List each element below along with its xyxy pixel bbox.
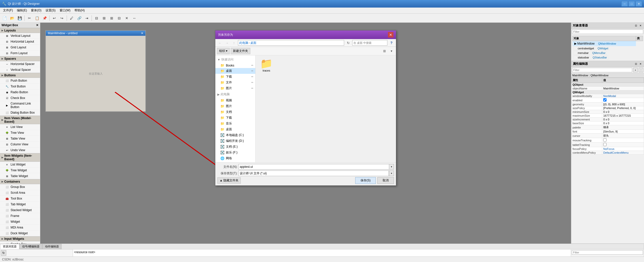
category-buttons[interactable]: ▶ Buttons xyxy=(0,73,40,78)
toolbar-new[interactable]: 📄 xyxy=(1,15,8,22)
obj-row-centralwidget[interactable]: centralwidget QWidget xyxy=(573,46,636,51)
sidebar-desktop2[interactable]: 📁 桌面 xyxy=(215,126,255,132)
widget-dock-widget[interactable]: ⬜ Dock Widget xyxy=(0,231,40,236)
filename-dropdown-btn[interactable]: ▾ xyxy=(389,164,394,170)
obj-row-mainwindow[interactable]: ▶ MainWindow QMainWindow xyxy=(573,41,636,46)
dialog-back-button[interactable]: ← xyxy=(217,40,223,46)
widget-combo-box[interactable]: ⬜ Combo Box xyxy=(0,241,40,244)
prop-row-cursor[interactable]: cursor 箭头 xyxy=(572,134,644,138)
toolbar-signal-slot[interactable]: 🔗 xyxy=(76,15,83,22)
widget-check-box[interactable]: ☑ Check Box xyxy=(0,95,40,101)
prop-row-focuspolicy[interactable]: focusPolicy NoFocus xyxy=(572,147,644,151)
toolbar-paste[interactable]: 📌 xyxy=(41,15,48,22)
menu-form[interactable]: 窗体(O) xyxy=(29,8,43,13)
prop-row-font[interactable]: font [SimSun, 9] xyxy=(572,130,644,134)
widget-tool-box[interactable]: 🧰 Tool Box xyxy=(0,196,40,202)
prop-row-windowmodality[interactable]: windowModality NonModal xyxy=(572,94,644,98)
filetype-dropdown-btn[interactable]: ▾ xyxy=(389,171,394,176)
widget-table-view[interactable]: ⊞ Table View xyxy=(0,136,40,142)
widget-tree-widget[interactable]: 🌳 Tree Widget xyxy=(0,168,40,173)
toolbar-adjust-size[interactable]: ↔ xyxy=(131,15,138,22)
category-containers[interactable]: ▶ Containers xyxy=(0,179,40,184)
breadcrumb-thispc[interactable]: 此电脑 xyxy=(239,41,248,45)
property-add-btn[interactable]: + xyxy=(633,68,638,72)
widget-tool-button[interactable]: 🔧 Tool Button xyxy=(0,84,40,89)
widget-column-view[interactable]: ⊟ Column View xyxy=(0,142,40,147)
toolbar-layout-h[interactable]: ⊟ xyxy=(93,15,100,22)
prop-row-palette[interactable]: palette 继承 xyxy=(572,125,644,130)
prop-row-sizepolicy[interactable]: sizePolicy [Preferred, Preferred, 0, 0] xyxy=(572,106,644,110)
maximize-button[interactable]: □ xyxy=(628,1,635,7)
prop-row-sizeincrement[interactable]: sizeIncrement 0 x 0 xyxy=(572,118,644,121)
widget-grid-layout[interactable]: ⊞ Grid Layout xyxy=(0,45,40,50)
dialog-refresh-button[interactable]: ↻ xyxy=(345,40,351,46)
this-pc-expand[interactable]: ▶ xyxy=(217,93,220,96)
mousetracking-checkbox[interactable] xyxy=(603,138,607,142)
widget-tab-widget[interactable]: ⬜ Tab Widget xyxy=(0,202,40,207)
obj-inspector-float-btn[interactable]: ⊡ xyxy=(634,24,638,28)
breadcrumb-desktop[interactable]: 桌面 xyxy=(250,41,256,45)
widget-group-box[interactable]: ⬜ Group Box xyxy=(0,184,40,190)
widget-mdi-area[interactable]: ⬜ MDI Area xyxy=(0,225,40,231)
widget-horizontal-spacer[interactable]: ↔ Horizontal Spacer xyxy=(0,61,40,67)
prop-editor-float-btn[interactable]: ⊡ xyxy=(634,62,638,66)
menu-edit[interactable]: 编辑(E) xyxy=(15,8,29,13)
category-item-views[interactable]: ▶ Item Views (Model-Based) xyxy=(0,116,40,124)
dialog-search-input[interactable] xyxy=(353,41,386,44)
resource-refresh-btn[interactable]: ↻ xyxy=(1,250,6,256)
widget-push-button[interactable]: ⬜ Push Button xyxy=(0,78,40,84)
widget-table-widget[interactable]: ⊞ Table Widget xyxy=(0,173,40,179)
dialog-forward-button[interactable]: → xyxy=(224,40,230,46)
file-item-traces[interactable]: 📁 traces xyxy=(258,57,275,73)
prop-row-maximumsize[interactable]: maximumSize 16777215 x 16777215 xyxy=(572,114,644,118)
widget-vertical-spacer[interactable]: ↕ Vertical Spacer xyxy=(0,67,40,73)
prop-row-objectname[interactable]: objectName MainWindow xyxy=(572,87,644,90)
view-toggle-button[interactable]: ⊞ xyxy=(381,48,387,54)
sidebar-books[interactable]: 📁 Books ✏ xyxy=(215,63,255,68)
prop-row-enabled[interactable]: enabled xyxy=(572,98,644,103)
sidebar-network[interactable]: 🌐 网络 xyxy=(215,155,255,161)
widget-horizontal-layout[interactable]: ⊟ Horizontal Layout xyxy=(0,39,40,45)
filename-input[interactable] xyxy=(238,164,389,170)
menu-file[interactable]: 文件(F) xyxy=(1,8,15,13)
widget-scroll-area[interactable]: ⬜ Scroll Area xyxy=(0,190,40,196)
toolbar-copy[interactable]: 📋 xyxy=(33,15,41,22)
category-input-widgets[interactable]: ▶ Input Widgets xyxy=(0,236,40,241)
dialog-close-button[interactable]: ✕ xyxy=(388,32,393,38)
toggle-hidden-button[interactable]: ▲ 隐藏文件夹 xyxy=(217,177,241,184)
save-button[interactable]: 保存(S) xyxy=(355,177,376,184)
sidebar-drive-d[interactable]: 💽 编程开发 (D:) xyxy=(215,138,255,144)
sidebar-pictures[interactable]: 📁 图片 ✏ xyxy=(215,85,255,91)
toolbar-save[interactable]: 💾 xyxy=(16,15,23,22)
cancel-button[interactable]: 取消 xyxy=(377,177,394,184)
toolbar-layout-grid[interactable]: ⊞ xyxy=(108,15,115,22)
property-menu-btn[interactable]: ⋮ xyxy=(639,68,643,72)
dialog-up-button[interactable]: ↑ xyxy=(231,40,237,46)
widget-vertical-layout[interactable]: ⊞ Vertical Layout xyxy=(0,33,40,39)
toolbar-layout-v[interactable]: ⊞ xyxy=(101,15,108,22)
tab-signal-slot-editor[interactable]: 信号/槽编辑器 xyxy=(19,244,42,249)
widget-widget[interactable]: ⬜ Widget xyxy=(0,219,40,225)
sidebar-downloads[interactable]: 📁 下载 ✏ xyxy=(215,74,255,80)
prop-row-geometry[interactable]: geometry [(0, 0), 800 x 600] xyxy=(572,103,644,106)
menu-settings[interactable]: 设置(S) xyxy=(44,8,58,13)
filetype-input[interactable] xyxy=(238,171,389,176)
obj-inspector-close-btn[interactable]: ✕ xyxy=(638,24,642,28)
property-filter-input[interactable] xyxy=(572,68,632,72)
enabled-checkbox[interactable] xyxy=(603,98,607,102)
tab-action-editor[interactable]: 动作编辑器 xyxy=(42,244,62,249)
widget-command-link-button[interactable]: ▶ Command Link Button xyxy=(0,101,40,110)
category-layouts[interactable]: ▶ Layouts xyxy=(0,28,40,33)
toolbar-open[interactable]: 📂 xyxy=(9,15,16,22)
widget-frame[interactable]: ⬜ Frame xyxy=(0,213,40,219)
category-spacers[interactable]: ▶ Spacers xyxy=(0,56,40,61)
obj-row-statusbar[interactable]: statusbar QStatusBar xyxy=(573,55,636,60)
sidebar-drive-c[interactable]: 💽 本地磁盘 (C:) xyxy=(215,132,255,138)
widget-tree-view[interactable]: 🌳 Tree View xyxy=(0,130,40,136)
dialog-help-button[interactable]: ? xyxy=(388,40,394,46)
prop-row-minimumsize[interactable]: minimumSize 0 x 0 xyxy=(572,110,644,114)
dialog-search-box[interactable] xyxy=(352,40,387,46)
widget-list-widget[interactable]: ≡ List Widget xyxy=(0,162,40,168)
category-item-widgets[interactable]: ▶ Item Widgets (Item-Based) xyxy=(0,153,40,162)
sidebar-documents[interactable]: 📁 文件 ✏ xyxy=(215,80,255,85)
